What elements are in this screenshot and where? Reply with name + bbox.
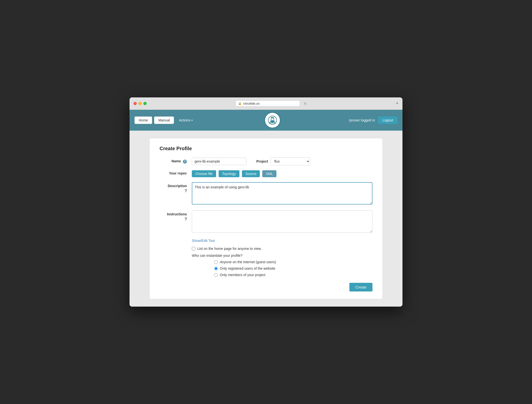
rspec-label: Your rspec [160, 170, 187, 175]
project-select[interactable]: flux [270, 157, 310, 165]
chevron-down-icon: ▾ [191, 119, 193, 122]
navbar: Home Manual Actions ▾ [130, 110, 402, 131]
list-homepage-label: List on the home page for anyone to view… [197, 247, 262, 251]
anyone-suffix: on the internet (guest users) [233, 260, 276, 264]
name-input[interactable] [192, 158, 246, 165]
project-label: Project [256, 159, 268, 163]
show-edit-tour-link[interactable]: Show/Edit Tour [192, 239, 372, 243]
name-help-icon[interactable]: ? [183, 160, 187, 164]
address-bar[interactable]: 🔒 cloudlab.us [235, 100, 300, 107]
create-profile-card: Create Profile Name ? Project flux Your … [149, 138, 383, 299]
radio-anyone-row: Anyone on the internet (guest users) [214, 260, 372, 264]
instructions-row: Instructions ? [160, 210, 372, 234]
list-homepage-checkbox[interactable] [192, 247, 195, 250]
description-row: Description ? [160, 182, 372, 205]
name-label: Name ? [160, 157, 187, 164]
radio-registered-label: Only registered users of the website [220, 266, 275, 270]
radio-group: Anyone on the internet (guest users) Onl… [214, 260, 372, 277]
name-row: Name ? Project flux [160, 157, 372, 165]
instructions-controls [192, 210, 372, 234]
radio-members[interactable] [214, 273, 218, 277]
radio-anyone[interactable] [214, 260, 218, 264]
new-tab-button[interactable]: + [396, 101, 399, 106]
create-btn-row: Create [160, 283, 372, 291]
who-instantiate-label: Who can instantiate your profile? [192, 254, 372, 258]
address-bar-container: 🔒 cloudlab.us ↻ [150, 100, 393, 107]
logo-container [198, 112, 347, 128]
rspec-controls: Choose file Topology Source XML [192, 170, 372, 177]
user-status-text: rpruser logged in [349, 118, 375, 122]
logout-button[interactable]: Logout [378, 116, 398, 124]
traffic-lights [133, 102, 147, 105]
radio-registered-row: Only registered users of the website [214, 266, 372, 270]
home-button[interactable]: Home [134, 116, 152, 124]
rspec-row: Your rspec Choose file Topology Source X… [160, 170, 372, 177]
card-title: Create Profile [160, 146, 372, 151]
refresh-icon[interactable]: ↻ [304, 102, 307, 106]
anyone-italic: Anyone [220, 260, 232, 264]
list-homepage-row: List on the home page for anyone to view… [192, 247, 372, 251]
radio-anyone-label: Anyone on the internet (guest users) [220, 260, 276, 264]
topology-button[interactable]: Topology [219, 170, 239, 177]
description-label: Description [160, 182, 187, 188]
instructions-help-icon[interactable]: ? [185, 217, 187, 222]
lock-icon: 🔒 [238, 102, 242, 105]
svg-point-5 [271, 120, 273, 122]
radio-members-row: Only members of your project [214, 273, 372, 277]
minimize-button[interactable] [138, 102, 142, 105]
description-controls [192, 182, 372, 205]
maximize-button[interactable] [143, 102, 147, 105]
actions-label: Actions [179, 118, 190, 122]
title-bar: 🔒 cloudlab.us ↻ + [130, 97, 402, 110]
actions-button[interactable]: Actions ▾ [176, 117, 196, 124]
logo-svg [268, 115, 277, 125]
site-logo [265, 112, 280, 128]
close-button[interactable] [133, 102, 137, 105]
description-textarea[interactable] [192, 182, 372, 204]
manual-button[interactable]: Manual [154, 116, 174, 124]
instructions-textarea[interactable] [192, 210, 372, 233]
description-label-wrap: Description ? [160, 182, 187, 193]
url-text: cloudlab.us [243, 102, 260, 105]
source-button[interactable]: Source [242, 170, 260, 177]
browser-window: 🔒 cloudlab.us ↻ + Home Manual Actions ▾ [130, 97, 402, 307]
name-controls: Project flux [192, 157, 372, 165]
instructions-label-wrap: Instructions ? [160, 210, 187, 222]
main-content: Create Profile Name ? Project flux Your … [130, 131, 402, 307]
description-help-icon[interactable]: ? [185, 189, 187, 193]
instructions-label: Instructions [160, 210, 187, 216]
user-section: rpruser logged in Logout [349, 116, 398, 124]
xml-button[interactable]: XML [262, 170, 276, 177]
radio-members-label: Only members of your project [220, 273, 266, 277]
choose-file-button[interactable]: Choose file [192, 170, 216, 177]
radio-registered[interactable] [214, 267, 218, 270]
create-button[interactable]: Create [349, 283, 372, 291]
